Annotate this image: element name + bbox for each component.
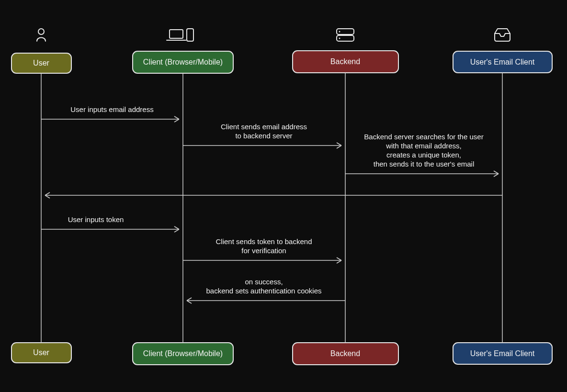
svg-text:then sends it to the user's em: then sends it to the user's email	[374, 160, 474, 168]
msg-user-inputs-token: User inputs token	[41, 215, 179, 232]
devices-icon	[167, 29, 193, 41]
sequence-diagram: User Client (Browser/Mobile) Backend Use…	[0, 0, 567, 392]
svg-point-5	[339, 31, 340, 33]
svg-text:backend sets authentication co: backend sets authentication cookies	[206, 287, 322, 295]
msg-backend-sets-cookies: on success, backend sets authentication …	[187, 278, 345, 303]
actor-backend-top: Backend	[293, 51, 398, 73]
msg-client-sends-email: Client sends email address to backend se…	[183, 123, 341, 148]
svg-text:Backend: Backend	[330, 57, 360, 66]
svg-text:Backend: Backend	[330, 349, 360, 358]
svg-point-0	[38, 29, 44, 34]
svg-text:User's Email Client: User's Email Client	[470, 349, 535, 358]
msg-backend-searches-sends-token: Backend server searches for the user wit…	[345, 133, 499, 177]
svg-text:User's Email Client: User's Email Client	[470, 58, 535, 66]
actor-client-top: Client (Browser/Mobile)	[133, 51, 233, 73]
actor-email-top: User's Email Client	[453, 51, 552, 73]
msg-client-sends-token: Client sends token to backend for verifi…	[183, 237, 341, 263]
inbox-icon	[495, 29, 510, 41]
svg-point-6	[339, 38, 340, 39]
actor-client-bottom: Client (Browser/Mobile)	[133, 343, 233, 365]
svg-text:to backend server: to backend server	[235, 132, 292, 140]
svg-text:Backend server searches for th: Backend server searches for the user	[364, 133, 483, 141]
actor-user-bottom: User	[11, 343, 71, 363]
svg-text:Client (Browser/Mobile): Client (Browser/Mobile)	[143, 58, 223, 66]
svg-rect-1	[170, 30, 183, 38]
svg-text:User: User	[33, 59, 49, 67]
user-icon	[37, 29, 45, 41]
svg-text:User: User	[33, 348, 49, 357]
actor-user-top: User	[11, 53, 71, 73]
actor-email-bottom: User's Email Client	[453, 343, 552, 364]
svg-text:with that email address,: with that email address,	[386, 142, 462, 150]
server-icon	[337, 29, 354, 41]
svg-text:on success,: on success,	[245, 278, 283, 286]
svg-text:Client sends token to backend: Client sends token to backend	[216, 237, 312, 246]
svg-text:Client (Browser/Mobile): Client (Browser/Mobile)	[143, 349, 223, 358]
svg-text:creates a unique token,: creates a unique token,	[386, 151, 461, 159]
msg-user-inputs-email: User inputs email address	[41, 105, 179, 122]
svg-text:User inputs token: User inputs token	[68, 215, 124, 224]
msg-email-delivered-to-user	[45, 192, 502, 198]
svg-text:User inputs email address: User inputs email address	[70, 105, 153, 113]
actor-backend-bottom: Backend	[293, 343, 398, 365]
svg-text:Client sends email address: Client sends email address	[221, 123, 307, 131]
svg-rect-2	[187, 29, 193, 41]
svg-text:for verification: for verification	[241, 246, 286, 255]
